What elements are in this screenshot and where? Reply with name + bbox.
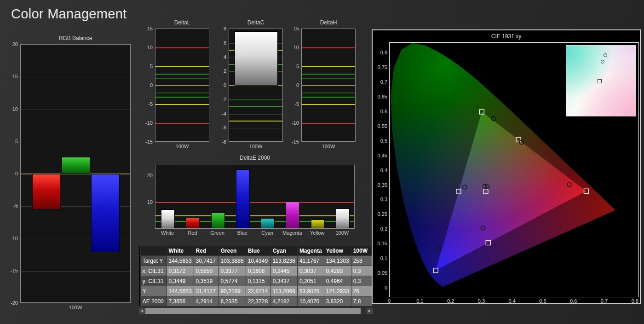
y-tick-label: -15: [4, 268, 18, 273]
cie-x-tick-label: 0,2: [444, 298, 457, 304]
category-label-red: Red: [180, 230, 205, 236]
cie-x-tick-label: 0: [383, 298, 396, 304]
row-label[interactable]: Y: [140, 286, 167, 296]
bar-cyan: [261, 218, 275, 229]
y-tick-label: 10: [138, 45, 153, 50]
bar-100w: [235, 31, 278, 86]
cell: 144,5653: [167, 286, 194, 296]
cell: 0,3449: [167, 276, 194, 286]
category-label-100w: 100W: [330, 230, 355, 236]
cell: 134,1303: [324, 256, 351, 266]
delta-l-chart: DeltaL151050-5-10-15100W: [138, 19, 211, 154]
color-management-screen: Color Management RGB Balance20151050-5-1…: [0, 0, 644, 324]
y-tick-label: -20: [4, 300, 18, 306]
cell: 7,8: [351, 296, 372, 307]
y-tick-label: 0: [138, 82, 153, 88]
y-tick-label: 10: [4, 106, 18, 112]
page-title: Color Management: [11, 6, 126, 22]
cie-y-tick-label: 0,75: [374, 64, 387, 70]
zero-line: [302, 85, 355, 86]
cell: 0,5774: [218, 276, 246, 286]
x-axis-label: 100W: [301, 144, 356, 149]
reference-line-green: [229, 106, 282, 107]
column-header: Green: [218, 246, 246, 256]
y-tick-label: -6: [212, 125, 226, 130]
bar-white: [161, 209, 175, 229]
y-tick-label: 10: [140, 199, 153, 205]
y-tick-label: 10: [284, 45, 299, 50]
scrollbar-thumb[interactable]: [145, 308, 361, 314]
table-row: x: CIE310,31720,58500,33770,16080,24450,…: [139, 266, 373, 276]
y-tick-label: -5: [284, 101, 299, 107]
cie-y-tick-label: 0,25: [374, 211, 387, 217]
reference-line-yellow: [155, 104, 209, 105]
plot-area: [155, 29, 209, 142]
y-tick-label: 15: [138, 26, 153, 31]
cie-y-tick-label: 0,8: [374, 50, 387, 55]
cie-y-tick-label: 0,65: [374, 94, 387, 99]
reference-line-red: [155, 123, 209, 124]
cie-x-tick-label: 0,3: [475, 298, 488, 304]
reference-line-green_dim: [155, 78, 209, 79]
row-label[interactable]: x: CIE31: [140, 266, 167, 276]
scroll-right-button[interactable]: ►: [367, 308, 373, 314]
reference-line-red: [302, 123, 355, 124]
cie-y-tick-label: 0,55: [374, 123, 387, 129]
cell: 0,1315: [246, 276, 270, 286]
cie-1931-panel: CIE 1931 xy 0,80,750,70,650,60,550,50,45…: [372, 29, 641, 304]
reference-line-red: [155, 202, 354, 203]
table-row: Target Y144,565330,7417103,388610,434911…: [139, 256, 373, 266]
scroll-left-button[interactable]: ◄: [139, 308, 145, 314]
cell: 0,2445: [270, 266, 297, 276]
gridline: [155, 176, 354, 176]
bar-yellow: [311, 220, 325, 229]
plot-area: [301, 29, 356, 142]
y-tick-label: -10: [4, 236, 18, 241]
inset-measured-circle: [604, 53, 607, 57]
row-label[interactable]: ΔE 2000: [140, 296, 167, 307]
cell: 0,3377: [218, 266, 246, 276]
cie-y-tick-label: 0,35: [374, 182, 387, 188]
cell: 7,3656: [167, 296, 194, 307]
y-tick-label: -4: [212, 111, 226, 116]
bar-100w: [336, 208, 350, 229]
y-tick-label: 20: [4, 41, 18, 47]
cell: 0,3437: [270, 276, 297, 286]
y-tick-label: -5: [138, 101, 153, 107]
reference-line-yellow: [302, 104, 355, 105]
row-label[interactable]: y: CIE31: [140, 276, 167, 286]
category-label-blue: Blue: [230, 230, 255, 236]
row-label[interactable]: Target Y: [140, 256, 167, 266]
cie-x-tick-label: 0,5: [536, 298, 549, 304]
y-tick-label: 5: [284, 64, 299, 69]
bar-green: [62, 157, 90, 174]
reference-line-red: [302, 47, 355, 48]
cie-y-tick-label: 0,4: [374, 168, 387, 173]
column-header: [140, 246, 167, 256]
reference-line-green: [302, 97, 355, 98]
cell: 4,2914: [194, 296, 218, 307]
cie-x-tick-label: 0,4: [506, 298, 518, 304]
y-tick-label: -5: [4, 203, 18, 208]
cell: 0,3037: [297, 266, 324, 276]
column-header: Blue: [246, 246, 270, 256]
bar-magenta: [286, 202, 299, 229]
cell: 144,5653: [167, 256, 194, 266]
y-tick-label: 20: [140, 173, 153, 178]
cie-y-tick-label: 0,3: [374, 197, 387, 202]
reference-line-green_dim: [302, 93, 355, 93]
y-tick-label: 2: [212, 68, 226, 74]
chart-title: DeltaC: [229, 19, 283, 26]
cell: 0,1608: [246, 266, 270, 276]
inset-measured-circle: [601, 60, 604, 64]
cell: 113,8236: [270, 256, 297, 266]
cell: 0,3172: [167, 266, 194, 276]
cie-x-tick-label: 0,6: [567, 298, 580, 304]
y-tick-label: -15: [138, 139, 153, 145]
reference-line-yellow: [155, 215, 354, 216]
delta-h-chart: DeltaH151050-5-10-15100W: [284, 19, 357, 154]
column-header: White: [167, 246, 194, 256]
rgb-balance-chart: RGB Balance20151050-5-10-15-20100W: [4, 35, 133, 317]
table-horizontal-scrollbar[interactable]: ◄ ►: [139, 308, 373, 314]
category-label-white: White: [155, 230, 180, 236]
